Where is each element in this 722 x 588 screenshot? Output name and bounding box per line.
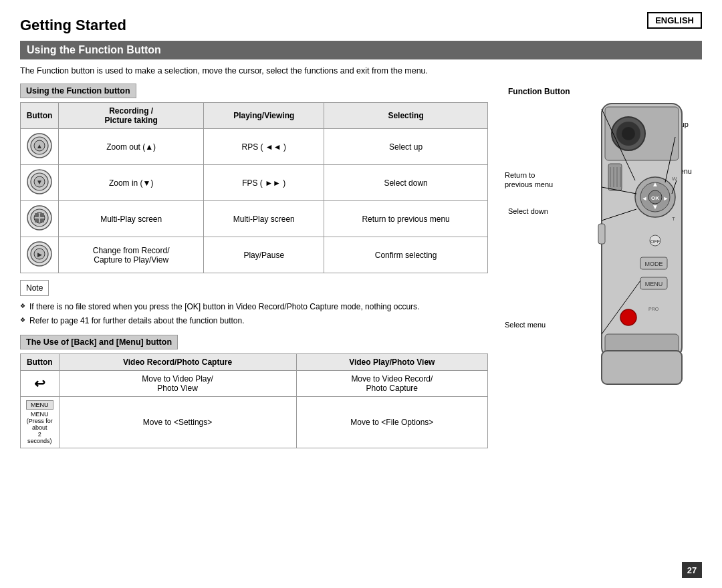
back-button-cell: ↩ bbox=[21, 370, 59, 396]
svg-point-40 bbox=[620, 309, 636, 325]
note-list: If there is no file stored when you pres… bbox=[20, 301, 488, 327]
table-row: Multi-Play screen Multi-Play screen Retu… bbox=[21, 201, 488, 237]
function-button-subsection-title: Using the Function button bbox=[20, 84, 136, 98]
playing-cell-4: Play/Pause bbox=[204, 237, 324, 273]
recording-cell-1: Zoom out (▲) bbox=[59, 129, 204, 165]
selecting-cell-1: Select up bbox=[324, 129, 488, 165]
svg-text:MENU: MENU bbox=[645, 281, 663, 287]
bm-col-record: Video Record/Photo Capture bbox=[59, 353, 296, 370]
selecting-cell-2: Select down bbox=[324, 165, 488, 201]
back-menu-subsection-title: The Use of [Back] and [Menu] button bbox=[20, 335, 178, 349]
bm-col-button: Button bbox=[21, 353, 59, 370]
menu-record-cell: Move to <Settings> bbox=[59, 396, 296, 448]
svg-text:▼: ▼ bbox=[652, 203, 658, 210]
language-badge: ENGLISH bbox=[647, 12, 702, 29]
left-column: Using the Function button Button Recordi… bbox=[20, 84, 488, 455]
playing-cell-1: RPS ( ◄◄ ) bbox=[204, 129, 324, 165]
back-view-cell: Move to Video Record/Photo Capture bbox=[296, 370, 487, 396]
svg-point-23 bbox=[622, 127, 635, 140]
recording-cell-3: Multi-Play screen bbox=[59, 201, 204, 237]
page-container: ENGLISH Getting Started Using the Functi… bbox=[0, 0, 722, 588]
table-row: MENU MENU(Press for about2 seconds) Move… bbox=[21, 396, 488, 448]
selecting-cell-3: Return to previous menu bbox=[324, 201, 488, 237]
menu-icon: MENU bbox=[26, 400, 53, 410]
button-cell-1: ▲ bbox=[21, 129, 59, 165]
menu-label: MENU(Press for about2 seconds) bbox=[26, 411, 53, 444]
table-row: ↩ Move to Video Play/Photo View Move to … bbox=[21, 370, 488, 396]
function-button-table: Button Recording /Picture taking Playing… bbox=[20, 102, 488, 273]
multi-play-icon bbox=[26, 204, 53, 231]
svg-text:PRO: PRO bbox=[648, 307, 659, 311]
recording-cell-4: Change from Record/Capture to Play/View bbox=[59, 237, 204, 273]
col-header-recording: Recording /Picture taking bbox=[59, 103, 204, 129]
page-number: 27 bbox=[682, 562, 702, 578]
svg-rect-14 bbox=[40, 218, 44, 223]
back-menu-table: Button Video Record/Photo Capture Video … bbox=[20, 353, 488, 448]
main-layout: Using the Function button Button Recordi… bbox=[20, 84, 702, 455]
svg-rect-13 bbox=[35, 218, 39, 223]
back-record-cell: Move to Video Play/Photo View bbox=[59, 370, 296, 396]
svg-text:▲: ▲ bbox=[36, 142, 43, 150]
select-down-label: Select down bbox=[508, 207, 548, 215]
right-column: Function Button Select up Select menu Re… bbox=[501, 84, 702, 455]
note-item-2: Refer to page 41 for further details abo… bbox=[20, 315, 488, 327]
col-header-selecting: Selecting bbox=[324, 103, 488, 129]
change-icon: ▶ bbox=[26, 241, 53, 267]
menu-button-cell: MENU MENU(Press for about2 seconds) bbox=[21, 396, 59, 448]
camera-svg: ▲ ▼ ◄ ► OK W T OFF MODE bbox=[562, 90, 695, 424]
description: The Function button is used to make a se… bbox=[20, 66, 702, 76]
svg-text:◄: ◄ bbox=[642, 195, 648, 202]
camera-diagram: Function Button Select up Select menu Re… bbox=[501, 84, 695, 404]
svg-text:T: T bbox=[672, 216, 675, 222]
svg-rect-12 bbox=[40, 213, 44, 217]
playing-cell-3: Multi-Play screen bbox=[204, 201, 324, 237]
svg-text:OK: OK bbox=[651, 195, 659, 201]
note-item-1: If there is no file stored when you pres… bbox=[20, 301, 488, 313]
button-cell-4: ▶ bbox=[21, 237, 59, 273]
select-menu-label-bottom: Select menu bbox=[505, 321, 546, 329]
zoom-down-icon: ▼ bbox=[26, 168, 53, 195]
section-header: Using the Function Button bbox=[20, 41, 702, 59]
svg-rect-11 bbox=[35, 213, 39, 217]
note-box: Note bbox=[20, 280, 49, 296]
playing-cell-2: FPS ( ►► ) bbox=[204, 165, 324, 201]
svg-text:▲: ▲ bbox=[652, 180, 658, 188]
page-title: Getting Started bbox=[20, 17, 702, 34]
function-button-label: Function Button bbox=[508, 87, 570, 96]
svg-rect-55 bbox=[602, 351, 682, 384]
bm-col-view: Video Play/Photo View bbox=[296, 353, 487, 370]
selecting-cell-4: Confirm selecting bbox=[324, 237, 488, 273]
table-row: ▼ Zoom in (▼) FPS ( ►► ) Select down bbox=[21, 165, 488, 201]
back-icon: ↩ bbox=[34, 376, 45, 391]
col-header-playing: Playing/Viewing bbox=[204, 103, 324, 129]
svg-text:OFF: OFF bbox=[650, 239, 660, 244]
col-header-button: Button bbox=[21, 103, 59, 129]
button-cell-3 bbox=[21, 201, 59, 237]
recording-cell-2: Zoom in (▼) bbox=[59, 165, 204, 201]
table-row: ▲ Zoom out (▲) RPS ( ◄◄ ) Select up bbox=[21, 129, 488, 165]
menu-view-cell: Move to <File Options> bbox=[296, 396, 487, 448]
table-row: ▶ Change from Record/Capture to Play/Vie… bbox=[21, 237, 488, 273]
svg-text:►: ► bbox=[663, 195, 669, 202]
svg-rect-54 bbox=[598, 224, 605, 244]
return-previous-label: Return toprevious menu bbox=[505, 170, 553, 190]
svg-text:▶: ▶ bbox=[37, 251, 42, 258]
zoom-up-icon: ▲ bbox=[26, 132, 53, 159]
svg-text:▼: ▼ bbox=[36, 178, 43, 186]
svg-text:MODE: MODE bbox=[645, 261, 663, 267]
button-cell-2: ▼ bbox=[21, 165, 59, 201]
